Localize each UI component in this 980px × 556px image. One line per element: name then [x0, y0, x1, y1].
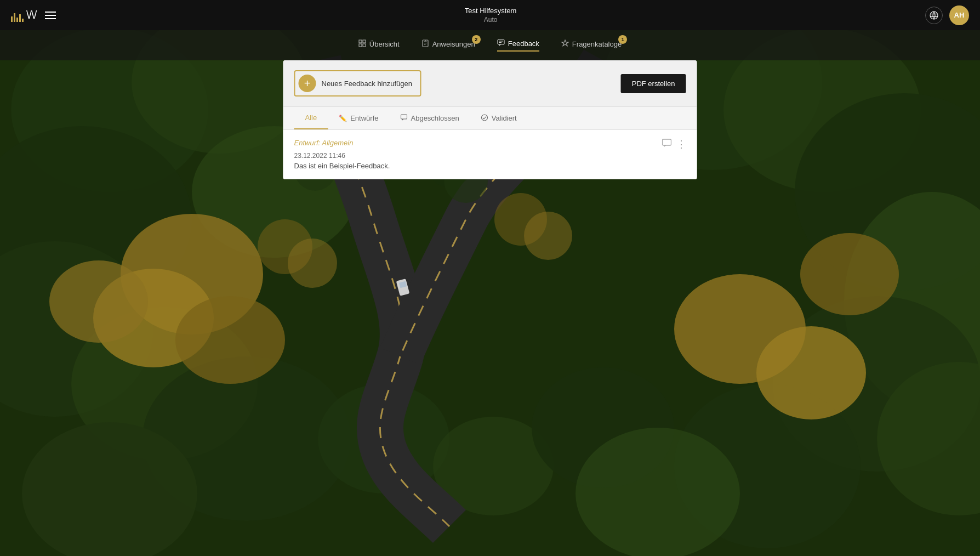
panel-header: + Neues Feedback hinzufügen PDF erstelle…: [283, 60, 697, 107]
fragenkataloge-badge: 1: [618, 35, 627, 44]
feedback-category: Entwurf: Allgemein: [294, 139, 354, 147]
topbar-center: Test Hilfesystem Auto: [465, 7, 517, 24]
tab-anweisungen[interactable]: Anweisungen 2: [421, 39, 475, 51]
more-options-icon[interactable]: ⋮: [676, 139, 686, 149]
filter-abgeschlossen-label: Abgeschlossen: [411, 114, 459, 122]
svg-point-12: [49, 260, 148, 343]
anweisungen-icon: [421, 39, 429, 49]
topbar-left: \/\/: [11, 9, 56, 22]
feedback-actions: ⋮: [662, 139, 686, 150]
tab-feedback-label: Feedback: [508, 39, 539, 48]
feedback-item-header: Entwurf: Allgemein ⋮: [294, 139, 686, 150]
svg-point-36: [288, 239, 337, 288]
svg-rect-43: [363, 40, 366, 43]
ubersicht-icon: [358, 39, 366, 49]
svg-rect-54: [401, 115, 407, 119]
svg-rect-56: [663, 139, 671, 145]
add-icon: +: [299, 75, 316, 92]
app-title: Test Hilfesystem: [465, 7, 517, 16]
topbar: \/\/ Test Hilfesystem Auto AH: [0, 0, 980, 30]
validiert-icon: [481, 114, 488, 123]
feedback-icon: [497, 39, 505, 48]
app-subtitle: Auto: [465, 16, 517, 24]
feedback-list: Entwurf: Allgemein ⋮ 23.12.2022 11:46 Da…: [283, 130, 697, 179]
filter-tab-alle[interactable]: Alle: [294, 107, 328, 129]
tab-fragenkataloge-label: Fragenkataloge: [572, 40, 622, 48]
logo-bars: [11, 9, 24, 22]
feedback-text: Das ist ein Beispiel-Feedback.: [294, 162, 686, 170]
filter-validiert-label: Validiert: [492, 114, 517, 122]
filter-tab-entwurfe[interactable]: ✏️ Entwürfe: [328, 107, 389, 129]
logo-text: \/\/: [26, 9, 36, 21]
filter-entwurfe-label: Entwürfe: [350, 114, 378, 122]
tab-ubersicht[interactable]: Übersicht: [358, 39, 400, 51]
comment-icon[interactable]: [662, 139, 672, 150]
filter-tabs: Alle ✏️ Entwürfe Abgeschlossen Validie: [283, 107, 697, 130]
svg-rect-44: [359, 44, 362, 47]
add-feedback-label: Neues Feedback hinzufügen: [322, 80, 413, 88]
tab-feedback[interactable]: Feedback: [497, 39, 539, 52]
feedback-date: 23.12.2022 11:46: [294, 152, 686, 160]
svg-rect-45: [363, 44, 366, 47]
svg-point-11: [175, 296, 285, 384]
tab-fragenkataloge[interactable]: Fragenkataloge 1: [561, 39, 622, 51]
svg-point-26: [576, 428, 740, 556]
pdf-button[interactable]: PDF erstellen: [621, 74, 686, 93]
tab-navigation: Übersicht Anweisungen 2 Feedback: [0, 30, 980, 60]
svg-point-39: [930, 12, 938, 19]
logo[interactable]: \/\/: [11, 9, 36, 22]
avatar-button[interactable]: AH: [949, 5, 969, 25]
filter-alle-label: Alle: [305, 114, 317, 122]
fragenkataloge-icon: [561, 39, 569, 49]
filter-tab-validiert[interactable]: Validiert: [470, 107, 528, 129]
anweisungen-badge: 2: [472, 35, 481, 44]
svg-rect-42: [359, 40, 362, 43]
tab-anweisungen-label: Anweisungen: [432, 40, 475, 48]
entwurfe-icon: ✏️: [339, 115, 347, 122]
abgeschlossen-icon: [401, 114, 408, 123]
svg-point-38: [524, 212, 572, 260]
topbar-right: AH: [925, 5, 969, 25]
tab-ubersicht-label: Übersicht: [369, 40, 400, 48]
svg-marker-53: [562, 40, 568, 46]
add-feedback-button[interactable]: + Neues Feedback hinzufügen: [294, 70, 421, 97]
svg-point-21: [756, 326, 866, 419]
language-button[interactable]: [925, 7, 943, 24]
svg-rect-50: [498, 39, 504, 44]
svg-point-22: [800, 233, 899, 315]
main-panel: + Neues Feedback hinzufügen PDF erstelle…: [283, 60, 697, 179]
feedback-item: Entwurf: Allgemein ⋮ 23.12.2022 11:46 Da…: [283, 130, 697, 179]
svg-point-55: [482, 115, 488, 121]
hamburger-button[interactable]: [45, 12, 56, 19]
filter-tab-abgeschlossen[interactable]: Abgeschlossen: [390, 107, 470, 129]
